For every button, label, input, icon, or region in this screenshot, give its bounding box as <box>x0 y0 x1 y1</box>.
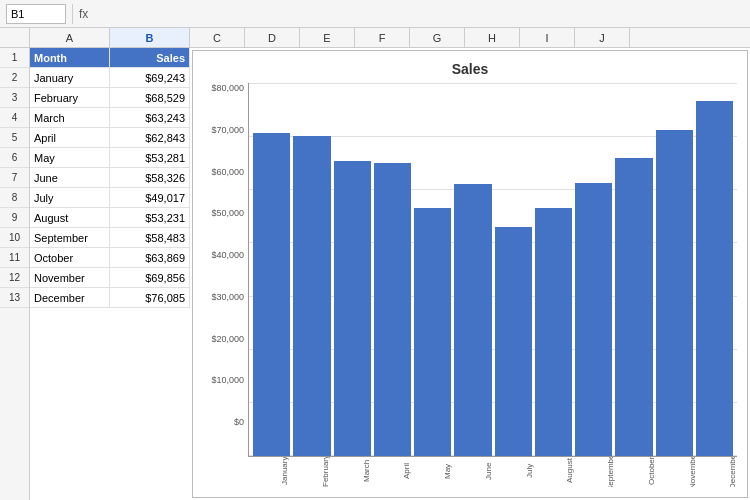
sales-cell[interactable]: $62,843 <box>110 128 190 148</box>
sales-cell[interactable]: $68,529 <box>110 88 190 108</box>
sales-cell[interactable]: $49,017 <box>110 188 190 208</box>
month-cell[interactable]: March <box>30 108 110 128</box>
month-cell[interactable]: November <box>30 268 110 288</box>
y-axis-label: $60,000 <box>211 167 244 177</box>
sales-cell[interactable]: $69,856 <box>110 268 190 288</box>
y-axis-label: $50,000 <box>211 208 244 218</box>
bar-item[interactable] <box>334 161 371 456</box>
month-cell[interactable]: September <box>30 228 110 248</box>
row-header-5: 5 <box>0 128 29 148</box>
col-header-d[interactable]: D <box>245 28 300 47</box>
table-row: June$58,326 <box>30 168 190 188</box>
col-header-i[interactable]: I <box>520 28 575 47</box>
month-cell[interactable]: December <box>30 288 110 308</box>
sales-cell[interactable]: $53,231 <box>110 208 190 228</box>
x-axis-label: June <box>452 457 493 487</box>
month-cell[interactable]: June <box>30 168 110 188</box>
sales-cell[interactable]: $53,281 <box>110 148 190 168</box>
y-axis-label: $40,000 <box>211 250 244 260</box>
bar-item[interactable] <box>495 227 532 456</box>
row-header-7: 7 <box>0 168 29 188</box>
excel-window: B1 fx A B C D E F G H I J 12345678910111… <box>0 0 750 500</box>
row-header-4: 4 <box>0 108 29 128</box>
col-header-b[interactable]: B <box>110 28 190 47</box>
sales-cell[interactable]: $76,085 <box>110 288 190 308</box>
y-axis-label: $30,000 <box>211 292 244 302</box>
table-row: March$63,243 <box>30 108 190 128</box>
x-axis-label: October <box>615 457 656 487</box>
month-cell[interactable]: July <box>30 188 110 208</box>
data-rows: January$69,243February$68,529March$63,24… <box>30 68 190 308</box>
col-header-g[interactable]: G <box>410 28 465 47</box>
month-cell[interactable]: October <box>30 248 110 268</box>
row-header-2: 2 <box>0 68 29 88</box>
bar-item[interactable] <box>535 208 572 456</box>
sales-cell[interactable]: $63,869 <box>110 248 190 268</box>
col-header-f[interactable]: F <box>355 28 410 47</box>
col-header-a[interactable]: A <box>30 28 110 47</box>
col-header-e[interactable]: E <box>300 28 355 47</box>
x-axis-labels: JanuaryFebruaryMarchAprilMayJuneJulyAugu… <box>248 457 737 487</box>
x-axis-label: September <box>574 457 615 487</box>
col-header-h[interactable]: H <box>465 28 520 47</box>
x-axis-label: February <box>289 457 330 487</box>
bar-item[interactable] <box>293 136 330 456</box>
x-axis-label: July <box>493 457 534 487</box>
table-row: September$58,483 <box>30 228 190 248</box>
table-row: December$76,085 <box>30 288 190 308</box>
table-row: August$53,231 <box>30 208 190 228</box>
sales-cell[interactable]: $63,243 <box>110 108 190 128</box>
chart-container: Sales $80,000$70,000$60,000$50,000$40,00… <box>192 50 748 498</box>
bars-row <box>249 83 737 456</box>
sales-cell[interactable]: $58,483 <box>110 228 190 248</box>
chart-body: $80,000$70,000$60,000$50,000$40,000$30,0… <box>203 83 737 457</box>
col-header-c[interactable]: C <box>190 28 245 47</box>
row-header-13: 13 <box>0 288 29 308</box>
month-cell[interactable]: April <box>30 128 110 148</box>
spreadsheet-area: A B C D E F G H I J 12345678910111213 Mo… <box>0 28 750 500</box>
name-box[interactable]: B1 <box>6 4 66 24</box>
row-header-6: 6 <box>0 148 29 168</box>
bar-item[interactable] <box>454 184 491 456</box>
formula-icons: fx <box>79 7 88 21</box>
corner-cell <box>0 28 30 47</box>
chart-title: Sales <box>203 61 737 77</box>
table-row: February$68,529 <box>30 88 190 108</box>
row-header-9: 9 <box>0 208 29 228</box>
row-header-8: 8 <box>0 188 29 208</box>
month-cell[interactable]: February <box>30 88 110 108</box>
month-cell[interactable]: May <box>30 148 110 168</box>
row-header-12: 12 <box>0 268 29 288</box>
bar-item[interactable] <box>374 163 411 456</box>
bar-item[interactable] <box>575 183 612 456</box>
row-header-11: 11 <box>0 248 29 268</box>
bar-item[interactable] <box>253 133 290 456</box>
sales-cell[interactable]: $69,243 <box>110 68 190 88</box>
x-axis-label: December <box>696 457 737 487</box>
sales-header[interactable]: Sales <box>110 48 190 68</box>
bar-item[interactable] <box>656 130 693 456</box>
x-axis-label: January <box>248 457 289 487</box>
chart-section: Sales $80,000$70,000$60,000$50,000$40,00… <box>190 48 750 500</box>
col-header-j[interactable]: J <box>575 28 630 47</box>
sales-cell[interactable]: $58,326 <box>110 168 190 188</box>
y-axis-label: $70,000 <box>211 125 244 135</box>
month-cell[interactable]: January <box>30 68 110 88</box>
chart-inner <box>248 83 737 457</box>
row-headers: 12345678910111213 <box>0 48 30 500</box>
y-axis-label: $0 <box>234 417 244 427</box>
x-axis-label: May <box>411 457 452 487</box>
table-row: April$62,843 <box>30 128 190 148</box>
table-row: October$63,869 <box>30 248 190 268</box>
month-header[interactable]: Month <box>30 48 110 68</box>
y-axis-label: $10,000 <box>211 375 244 385</box>
bar-item[interactable] <box>615 158 652 456</box>
bar-item[interactable] <box>696 101 733 456</box>
header-row: Month Sales <box>30 48 190 68</box>
bar-item[interactable] <box>414 208 451 456</box>
y-axis-label: $80,000 <box>211 83 244 93</box>
formula-bar: B1 fx <box>0 0 750 28</box>
table-section: Month Sales January$69,243February$68,52… <box>30 48 190 500</box>
month-cell[interactable]: August <box>30 208 110 228</box>
formula-input[interactable] <box>94 4 744 24</box>
